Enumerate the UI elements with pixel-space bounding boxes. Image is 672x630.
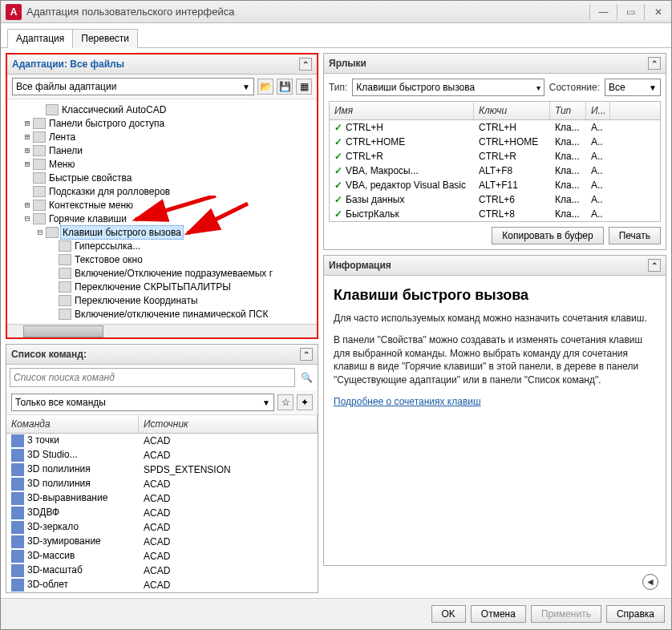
tree-item[interactable]: Переключение Координаты	[9, 293, 315, 307]
tree-item[interactable]: Включение/отключение пинамической ПСК	[9, 307, 315, 321]
table-row[interactable]: 3D Studio...ACAD	[6, 448, 318, 462]
table-row[interactable]: 3DДВФACAD	[6, 506, 318, 520]
star-icon[interactable]: ☆	[277, 394, 293, 410]
col-keys[interactable]: Ключи	[474, 102, 550, 119]
tree-item[interactable]: Гиперссылка...	[9, 239, 315, 252]
command-icon	[11, 463, 24, 476]
adaptations-tree[interactable]: Классический AutoCAD⊞Панели быстрого дос…	[7, 99, 317, 324]
cancel-button[interactable]: Отмена	[471, 605, 526, 623]
search-icon[interactable]: 🔍	[298, 370, 314, 386]
table-row[interactable]: ✓VBA, Макросы...ALT+F8Кла...A..	[330, 164, 660, 178]
col-source[interactable]: Источник	[139, 415, 318, 433]
table-row[interactable]: 3D-зумированиеACAD	[6, 535, 318, 549]
tree-item[interactable]: ⊞Панели	[9, 143, 315, 157]
col-name[interactable]: Имя	[330, 102, 474, 119]
node-icon	[33, 145, 46, 156]
table-row[interactable]: ✓БыстрКалькCTRL+8Кла...A..	[330, 207, 660, 221]
titlebar: A Адаптация пользовательского интерфейса…	[1, 1, 671, 23]
tree-item[interactable]: ⊞Лента	[9, 130, 315, 143]
dropdown-value: Клавиши быстрого вызова	[356, 82, 475, 93]
node-icon	[59, 240, 71, 252]
col-command[interactable]: Команда	[6, 415, 139, 433]
table-row[interactable]: ✓CTRL+HOMECTRL+HOMEКла...A..	[330, 135, 660, 149]
info-link[interactable]: Подробнее о сочетаниях клавиш	[334, 396, 481, 407]
table-row[interactable]: 3 точкиACAD	[6, 434, 318, 448]
tree-item[interactable]: Включение/Отключение подразумеваемых г	[9, 266, 315, 280]
expand-icon[interactable]: ⊟	[22, 213, 33, 224]
tab-adaptation[interactable]: Адаптация	[7, 29, 73, 48]
table-row[interactable]: ✓CTRL+RCTRL+RКла...A..	[330, 149, 660, 164]
dialog-window: A Адаптация пользовательского интерфейса…	[0, 0, 672, 630]
table-row[interactable]: 3D-выравниваниеACAD	[6, 491, 318, 506]
node-icon	[33, 186, 46, 197]
tree-item[interactable]: Классический AutoCAD	[9, 103, 315, 116]
tree-label: Включение/Отключение подразумеваемых г	[73, 267, 274, 280]
expand-icon[interactable]: ⊞	[22, 118, 33, 128]
expand-icon[interactable]: ⊞	[22, 131, 33, 142]
back-arrow-icon[interactable]: ◄	[642, 574, 658, 590]
table-row[interactable]: 3D-зеркалоACAD	[6, 520, 318, 535]
table-row[interactable]: 3D-масштабACAD	[6, 563, 318, 578]
command-filter-dropdown[interactable]: Только все команды ▼	[11, 394, 274, 411]
collapse-icon[interactable]: ⌃	[300, 348, 313, 361]
collapse-icon[interactable]: ⌃	[299, 58, 312, 71]
node-icon	[33, 118, 46, 129]
tree-item[interactable]: ⊞Панели быстрого доступа	[9, 116, 315, 130]
save-icon[interactable]: 💾	[277, 79, 293, 95]
dialog-buttons: OK Отмена Применить Справка	[1, 598, 671, 629]
node-icon	[33, 131, 46, 143]
tree-label: Быстрые свойства	[47, 172, 133, 184]
adaptations-panel: Адаптации: Все файлы ⌃ Все файлы адаптац…	[6, 53, 318, 339]
help-button[interactable]: Справка	[606, 605, 665, 623]
tree-item[interactable]: ⊟Клавиши быстрого вызова	[9, 225, 315, 239]
tree-label: Лента	[47, 131, 77, 143]
expand-icon[interactable]: ⊞	[22, 200, 33, 210]
check-icon: ✓	[334, 122, 342, 133]
close-button[interactable]: ✕	[644, 4, 671, 20]
tree-item[interactable]: ⊞Меню	[9, 157, 315, 171]
table-row[interactable]: 3D полилинияSPDS_EXTENSION	[6, 462, 318, 477]
tree-label: Горячие клавиши	[47, 212, 128, 225]
adaptation-file-dropdown[interactable]: Все файлы адаптации ▼	[12, 78, 254, 95]
table-row[interactable]: ✓Базы данныхCTRL+6Кла...A..	[330, 192, 660, 207]
apply-button[interactable]: Применить	[531, 605, 601, 623]
check-icon: ✓	[334, 136, 342, 147]
state-dropdown[interactable]: Все ▼	[605, 79, 661, 96]
copy-to-clipboard-button[interactable]: Копировать в буфер	[492, 227, 603, 244]
table-row[interactable]: 3D-облетACAD	[6, 578, 318, 592]
minimize-button[interactable]: —	[589, 4, 617, 20]
print-button[interactable]: Печать	[609, 227, 661, 244]
tree-item[interactable]: Текстовое окно	[9, 252, 315, 266]
layout-icon[interactable]: ▦	[296, 79, 312, 95]
collapse-icon[interactable]: ⌃	[648, 259, 661, 272]
type-dropdown[interactable]: Клавиши быстрого вызова ▾	[352, 79, 544, 96]
open-icon[interactable]: 📂	[257, 79, 273, 95]
maximize-button[interactable]: ▭	[617, 4, 644, 20]
collapse-icon[interactable]: ⌃	[648, 57, 661, 70]
expand-icon[interactable]: ⊞	[22, 159, 33, 169]
table-row[interactable]: 3D-массивACAD	[6, 549, 318, 563]
command-icon	[11, 478, 24, 491]
col-i[interactable]: И...	[586, 102, 610, 119]
shortcuts-panel: Ярлыки ⌃ Тип: Клавиши быстрого вызова ▾ …	[323, 53, 666, 250]
tree-item[interactable]: Быстрые свойства	[9, 171, 315, 184]
command-table[interactable]: Команда Источник 3 точкиACAD3D Studio...…	[6, 415, 318, 592]
tree-scrollbar[interactable]	[7, 324, 317, 337]
tree-item[interactable]: ⊞Контекстные меню	[9, 198, 315, 212]
table-row[interactable]: ✓VBA, редактор Visual BasicALT+F11Кла...…	[330, 178, 660, 192]
table-row[interactable]: 3D полилинияACAD	[6, 477, 318, 491]
tree-item[interactable]: Подсказки для ролловеров	[9, 184, 315, 198]
command-search-input[interactable]	[10, 368, 295, 387]
tabbar: Адаптация Перевести	[1, 23, 671, 48]
tree-item[interactable]: ⊟Горячие клавиши	[9, 212, 315, 225]
ok-button[interactable]: OK	[431, 605, 466, 623]
expand-icon[interactable]: ⊞	[22, 145, 33, 155]
table-row[interactable]: ✓CTRL+HCTRL+HКла...A..	[330, 120, 660, 135]
expand-icon[interactable]: ⊟	[34, 227, 46, 237]
command-list-panel: Список команд: ⌃ 🔍 Только все команды ▼ …	[6, 344, 318, 593]
check-icon: ✓	[334, 180, 342, 191]
tab-translate[interactable]: Перевести	[72, 29, 138, 48]
col-type[interactable]: Тип	[550, 102, 586, 119]
tree-item[interactable]: Переключение СКРЫТЬПАЛИТРЫ	[9, 280, 315, 293]
new-icon[interactable]: ✦	[297, 394, 313, 410]
